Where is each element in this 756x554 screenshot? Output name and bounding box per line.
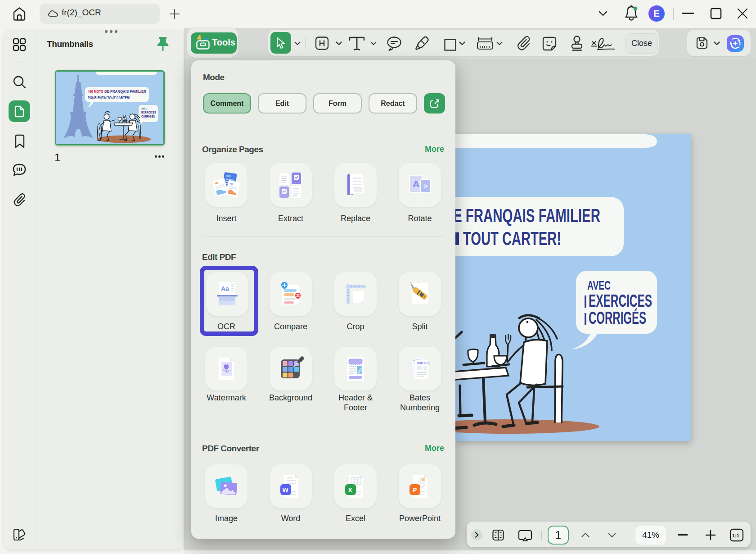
svg-text:TOUT CARTER!: TOUT CARTER! <box>463 228 561 249</box>
svg-text:450 MOTS: 450 MOTS <box>88 89 103 94</box>
svg-text:P: P <box>413 486 417 493</box>
svg-text:EXERCICES: EXERCICES <box>589 291 652 310</box>
svg-text:POUR ENFIN TOUT CARTER!: POUR ENFIN TOUT CARTER! <box>88 95 130 100</box>
svg-text:AVEC: AVEC <box>587 279 611 292</box>
svg-text:000123: 000123 <box>417 361 430 365</box>
svg-text:E FRANQAIS FAMILIER: E FRANQAIS FAMILIER <box>455 205 600 226</box>
svg-text:>: > <box>423 182 428 190</box>
svg-text:X: X <box>348 486 353 493</box>
svg-text:CORRIGÉS: CORRIGÉS <box>141 114 155 118</box>
svg-text:A: A <box>413 179 419 189</box>
svg-text:Aa: Aa <box>221 285 229 292</box>
svg-text:1:1: 1:1 <box>732 533 739 538</box>
svg-text:EXERCICES: EXERCICES <box>141 110 156 114</box>
svg-text:DE FRANQAIS FAMILIER: DE FRANQAIS FAMILIER <box>104 89 146 94</box>
svg-text:AVEC: AVEC <box>141 107 148 110</box>
svg-text:CORRIGÉS: CORRIGÉS <box>589 308 646 327</box>
svg-text:W: W <box>283 486 289 493</box>
